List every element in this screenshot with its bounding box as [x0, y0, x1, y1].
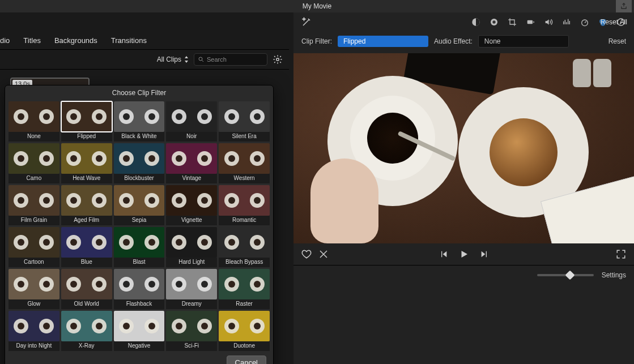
share-button[interactable]	[616, 0, 632, 12]
search-input[interactable]: Search	[194, 53, 267, 66]
svg-point-4	[492, 20, 495, 23]
filter-label: Glow	[8, 299, 59, 309]
filter-item-western[interactable]: Western	[219, 143, 270, 183]
clip-filter-label: Clip Filter:	[301, 37, 332, 45]
filter-item-romantic[interactable]: Romantic	[219, 185, 270, 225]
filter-label: Cartoon	[8, 258, 59, 267]
filter-label: Romantic	[219, 216, 270, 225]
tab-transitions[interactable]: Transitions	[111, 36, 147, 45]
filter-item-flashback[interactable]: Flashback	[114, 269, 165, 309]
svg-point-0	[199, 57, 202, 61]
filter-label: Heat Wave	[61, 174, 112, 183]
filter-item-silent-era[interactable]: Silent Era	[219, 101, 270, 142]
stabilize-icon[interactable]	[525, 17, 535, 27]
filter-label: Aged Film	[61, 216, 112, 225]
filter-item-black-white[interactable]: Black & White	[114, 101, 165, 142]
filter-item-heat-wave[interactable]: Heat Wave	[61, 143, 112, 183]
filter-item-hard-light[interactable]: Hard Light	[166, 227, 217, 267]
filter-label: None	[8, 132, 59, 142]
filter-label: Flashback	[114, 299, 165, 309]
speed-icon[interactable]	[580, 17, 590, 27]
filter-item-aged-film[interactable]: Aged Film	[61, 185, 112, 225]
equalizer-icon[interactable]	[561, 17, 572, 27]
filter-item-film-grain[interactable]: Film Grain	[8, 185, 59, 225]
choose-clip-filter-dialog: Choose Clip Filter NoneFlippedBlack & Wh…	[5, 85, 274, 364]
filter-item-blue[interactable]: Blue	[61, 227, 112, 267]
allclips-dropdown[interactable]: All Clips	[157, 55, 189, 63]
filter-label: Negative	[114, 341, 165, 351]
gear-icon[interactable]	[272, 54, 283, 65]
filter-item-old-world[interactable]: Old World	[61, 269, 112, 309]
filter-item-raster[interactable]: Raster	[219, 269, 270, 309]
filter-item-day-into-night[interactable]: Day into Night	[8, 311, 59, 351]
zoom-slider[interactable]	[537, 274, 594, 276]
audio-effect-label: Audio Effect:	[434, 37, 473, 45]
svg-rect-6	[563, 22, 564, 24]
window-titlebar: My Movie	[0, 0, 634, 12]
color-balance-icon[interactable]	[471, 17, 481, 27]
settings-button[interactable]: Settings	[602, 271, 626, 279]
filter-item-flipped[interactable]: Flipped	[61, 101, 112, 142]
filter-label: Blockbuster	[114, 174, 165, 183]
filter-item-blockbuster[interactable]: Blockbuster	[114, 143, 165, 183]
filter-item-vintage[interactable]: Vintage	[166, 143, 217, 183]
filter-item-camo[interactable]: Camo	[8, 143, 59, 183]
filter-label: X-Ray	[61, 341, 112, 351]
svg-rect-8	[566, 22, 567, 24]
filter-item-cartoon[interactable]: Cartoon	[8, 227, 59, 267]
filter-label: Old World	[61, 299, 112, 309]
favorite-icon[interactable]	[301, 249, 312, 259]
svg-rect-10	[569, 21, 570, 24]
reset-all-button[interactable]: Reset All	[601, 18, 627, 26]
clip-filter-button[interactable]: Flipped	[338, 36, 428, 47]
filter-label: Blue	[61, 258, 112, 267]
adjust-toolbar: Reset All	[293, 12, 634, 32]
filter-item-noir[interactable]: Noir	[166, 101, 217, 142]
filter-label: Sepia	[114, 216, 165, 225]
reject-icon[interactable]	[318, 249, 329, 259]
filter-label: Dreamy	[166, 299, 217, 309]
filter-label: Hard Light	[166, 258, 217, 267]
filter-grid: NoneFlippedBlack & WhiteNoirSilent EraCa…	[5, 101, 273, 351]
viewer-pane: Reset All Clip Filter: Flipped Audio Eff…	[293, 12, 634, 364]
svg-point-1	[276, 58, 279, 61]
tab-backgrounds[interactable]: Backgrounds	[54, 36, 97, 45]
filter-label: Raster	[219, 299, 270, 309]
filter-item-x-ray[interactable]: X-Ray	[61, 311, 112, 351]
play-icon[interactable]	[459, 249, 469, 259]
filter-item-glow[interactable]: Glow	[8, 269, 59, 309]
filter-item-sepia[interactable]: Sepia	[114, 185, 165, 225]
filter-label: Bleach Bypass	[219, 258, 270, 267]
crop-icon[interactable]	[507, 17, 517, 27]
filter-item-bleach-bypass[interactable]: Bleach Bypass	[219, 227, 270, 267]
allclips-label: All Clips	[157, 55, 181, 63]
filter-label: Blast	[114, 258, 165, 267]
svg-rect-9	[568, 19, 568, 24]
magic-wand-icon[interactable]	[301, 17, 312, 27]
volume-icon[interactable]	[543, 17, 554, 27]
chooser-title: Choose Clip Filter	[5, 85, 273, 101]
filter-label: Western	[219, 174, 270, 183]
next-icon[interactable]	[479, 249, 490, 259]
filter-item-dreamy[interactable]: Dreamy	[166, 269, 217, 309]
filter-item-blast[interactable]: Blast	[114, 227, 165, 267]
tab-audio[interactable]: dio	[0, 36, 10, 45]
fullscreen-icon[interactable]	[616, 249, 626, 259]
svg-point-11	[582, 20, 588, 26]
filter-item-negative[interactable]: Negative	[114, 311, 165, 351]
prev-icon[interactable]	[439, 249, 449, 259]
tab-titles[interactable]: Titles	[23, 36, 41, 45]
svg-rect-5	[527, 20, 533, 24]
filter-item-duotone[interactable]: Duotone	[219, 311, 270, 351]
color-wheel-icon[interactable]	[489, 17, 499, 27]
svg-rect-7	[565, 20, 565, 24]
filter-label: Sci-Fi	[166, 341, 217, 351]
filter-item-vignette[interactable]: Vignette	[166, 185, 217, 225]
reset-button[interactable]: Reset	[609, 37, 626, 45]
playback-bar	[293, 243, 634, 265]
filter-item-sci-fi[interactable]: Sci-Fi	[166, 311, 217, 351]
video-preview[interactable]	[293, 53, 634, 243]
filter-item-none[interactable]: None	[8, 101, 59, 142]
audio-effect-button[interactable]: None	[478, 35, 569, 48]
cancel-button[interactable]: Cancel	[227, 356, 266, 364]
